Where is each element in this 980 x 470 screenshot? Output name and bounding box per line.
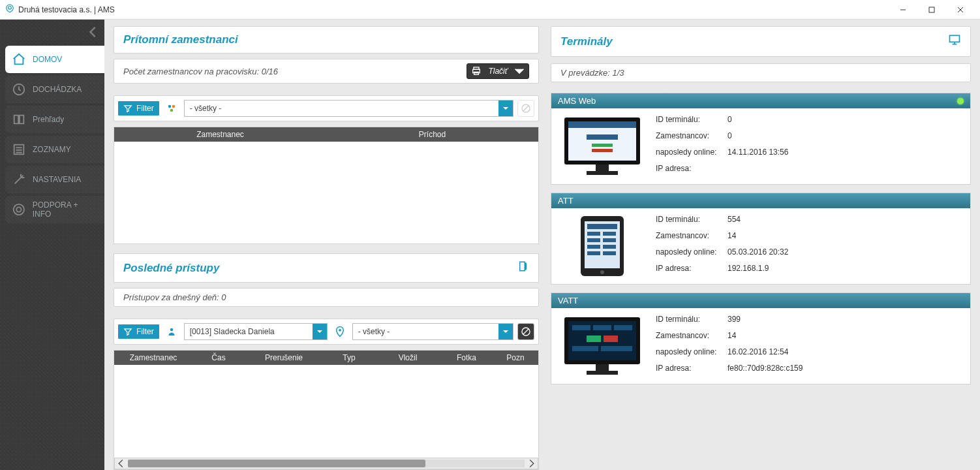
filter-label: Filter bbox=[136, 104, 154, 113]
svg-rect-51 bbox=[593, 325, 611, 330]
terminal-name: AMS Web bbox=[558, 96, 596, 106]
terminals-status: V prevádzke: 1/3 bbox=[560, 68, 624, 78]
svg-point-16 bbox=[172, 105, 175, 108]
home-icon bbox=[12, 52, 26, 67]
svg-rect-45 bbox=[587, 251, 600, 255]
svg-rect-57 bbox=[596, 364, 609, 371]
svg-point-47 bbox=[600, 270, 604, 274]
svg-rect-54 bbox=[604, 336, 618, 342]
svg-rect-31 bbox=[587, 134, 618, 140]
filter-chip[interactable]: Filter bbox=[118, 101, 159, 116]
svg-rect-56 bbox=[601, 346, 632, 351]
chevron-down-icon bbox=[502, 328, 509, 335]
col-note: Pozn bbox=[493, 353, 538, 362]
nav-reports[interactable]: Prehľady bbox=[5, 106, 104, 133]
panel-title: Terminály bbox=[560, 35, 613, 48]
horizontal-scrollbar[interactable] bbox=[114, 458, 538, 469]
svg-rect-42 bbox=[603, 238, 616, 242]
group-icon bbox=[163, 100, 180, 117]
present-grid: Zamestnanec Príchod bbox=[114, 127, 539, 244]
nav-label: ZOZNAMY bbox=[33, 145, 71, 154]
svg-point-21 bbox=[170, 328, 173, 332]
door-icon bbox=[517, 260, 529, 275]
svg-line-24 bbox=[523, 329, 528, 334]
svg-rect-32 bbox=[592, 144, 613, 147]
status-indicator bbox=[957, 98, 964, 104]
recent-count-bar: Prístupov za dnešný deň: 0 bbox=[114, 288, 539, 307]
lifebuoy-icon bbox=[12, 202, 26, 217]
nav-settings[interactable]: NASTAVENIA bbox=[5, 166, 104, 193]
present-filter-panel: Filter - všetky - bbox=[114, 95, 539, 121]
nav-label: PODPORA + INFO bbox=[33, 200, 98, 219]
print-button[interactable]: Tlačiť bbox=[467, 63, 529, 79]
panel-title: Posledné prístupy bbox=[123, 262, 219, 275]
nav-lists[interactable]: ZOZNAMY bbox=[5, 136, 104, 163]
col-employee: Zamestnanec bbox=[114, 353, 192, 362]
filter-chip[interactable]: Filter bbox=[118, 324, 159, 339]
nav-label: NASTAVENIA bbox=[33, 175, 81, 184]
clear-filter-button[interactable] bbox=[517, 323, 534, 340]
svg-rect-58 bbox=[587, 371, 618, 375]
terminal-details: ID terminálu:554Zamestnancov:14naposledy… bbox=[656, 215, 788, 277]
chevron-down-icon bbox=[502, 105, 509, 112]
terminal-image bbox=[560, 115, 644, 178]
book-icon bbox=[12, 112, 26, 127]
nav-label: Prehľady bbox=[33, 115, 64, 124]
svg-point-10 bbox=[14, 204, 24, 215]
clock-icon bbox=[12, 82, 26, 97]
place-select[interactable]: - všetky - bbox=[352, 323, 513, 340]
window-controls bbox=[889, 1, 975, 19]
cancel-icon bbox=[521, 326, 531, 337]
col-type: Typ bbox=[323, 353, 375, 362]
chevron-down-icon bbox=[514, 66, 525, 76]
svg-point-11 bbox=[16, 207, 21, 212]
minimize-button[interactable] bbox=[889, 1, 917, 19]
terminal-card[interactable]: ATTID terminálu:554Zamestnancov:14naposl… bbox=[551, 193, 971, 285]
col-time: Čas bbox=[192, 353, 245, 362]
terminal-card[interactable]: AMS WebID terminálu:0Zamestnancov:0napos… bbox=[551, 93, 971, 185]
pin-icon bbox=[331, 323, 348, 340]
clear-filter-button[interactable] bbox=[517, 100, 534, 117]
monitor-icon bbox=[948, 33, 961, 50]
svg-rect-43 bbox=[587, 245, 600, 249]
nav-home[interactable]: DOMOV bbox=[5, 46, 104, 73]
terminal-name: VATT bbox=[558, 296, 578, 306]
close-button[interactable] bbox=[946, 1, 975, 19]
recent-grid: Zamestnanec Čas Prerušenie Typ Vložil Fo… bbox=[114, 350, 539, 470]
col-by: Vložil bbox=[375, 353, 440, 362]
select-value: - všetky - bbox=[358, 327, 390, 336]
svg-rect-44 bbox=[603, 245, 616, 249]
recent-count-label: Prístupov za dnešný deň: 0 bbox=[123, 292, 226, 302]
terminal-card[interactable]: VATTID terminálu:399Zamestnancov:14napos… bbox=[551, 292, 971, 384]
svg-rect-34 bbox=[596, 164, 609, 171]
funnel-icon bbox=[123, 327, 132, 336]
scroll-left-icon[interactable] bbox=[116, 459, 125, 468]
print-label: Tlačiť bbox=[488, 67, 508, 76]
present-employees-panel: Prítomní zamestnanci bbox=[114, 26, 539, 54]
svg-rect-53 bbox=[587, 336, 601, 342]
svg-rect-46 bbox=[603, 251, 616, 255]
svg-rect-39 bbox=[587, 232, 600, 236]
tools-icon bbox=[12, 172, 26, 187]
svg-rect-50 bbox=[572, 325, 590, 330]
svg-rect-25 bbox=[950, 35, 960, 42]
chevron-down-icon bbox=[316, 328, 323, 335]
nav-attendance[interactable]: DOCHÁDZKA bbox=[5, 76, 104, 103]
svg-point-17 bbox=[170, 109, 173, 112]
app-icon bbox=[5, 4, 14, 15]
svg-rect-30 bbox=[568, 121, 636, 128]
nav-support[interactable]: PODPORA + INFO bbox=[5, 196, 104, 223]
svg-point-0 bbox=[8, 7, 12, 10]
sidebar-collapse-button[interactable] bbox=[86, 25, 100, 42]
present-count-label: Počet zamestnancov na pracovisku: 0/16 bbox=[123, 67, 278, 76]
printer-icon bbox=[471, 66, 482, 76]
scroll-right-icon[interactable] bbox=[527, 459, 536, 468]
employee-select[interactable]: [0013] Sladecka Daniela bbox=[184, 323, 328, 340]
maximize-button[interactable] bbox=[917, 1, 946, 19]
present-filter-select[interactable]: - všetky - bbox=[184, 100, 513, 117]
nav-label: DOMOV bbox=[33, 55, 62, 64]
col-arrival: Príchod bbox=[326, 130, 538, 139]
svg-rect-55 bbox=[572, 346, 598, 351]
select-value: [0013] Sladecka Daniela bbox=[190, 327, 275, 336]
scroll-thumb[interactable] bbox=[128, 460, 425, 467]
